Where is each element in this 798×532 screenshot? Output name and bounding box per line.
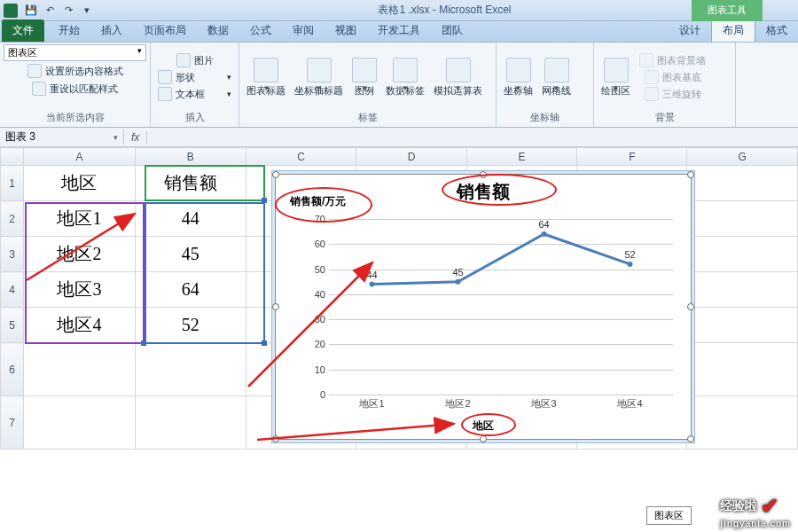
svg-point-0: [370, 282, 375, 287]
chart-element-selector[interactable]: 图表区▾: [4, 44, 146, 61]
fx-icon[interactable]: fx: [124, 131, 147, 144]
svg-point-1: [456, 279, 461, 285]
shapes-button[interactable]: 形状▾: [154, 69, 235, 85]
y-tick: 30: [304, 314, 325, 325]
svg-point-2: [542, 231, 547, 237]
reset-style-button[interactable]: 重设以匹配样式: [4, 81, 146, 97]
format-icon: [27, 64, 42, 78]
col-header-E[interactable]: E: [466, 148, 576, 166]
x-tick: 地区4: [617, 397, 642, 411]
watermark: 经验啦✔ jingyanla.com: [720, 494, 791, 528]
cell-A3[interactable]: 地区2: [24, 237, 135, 272]
format-selection-button[interactable]: 设置所选内容格式: [4, 63, 146, 79]
row-header-6[interactable]: 6: [1, 343, 24, 396]
undo-icon[interactable]: ↶: [42, 3, 58, 19]
axes-button[interactable]: 坐标轴: [500, 56, 536, 99]
group-label-labels: 标签: [243, 110, 492, 125]
data-labels-icon: [393, 58, 418, 82]
textbox-button[interactable]: 文本框▾: [154, 86, 235, 102]
tab-review[interactable]: 审阅: [282, 20, 325, 42]
group-current-selection: 图表区▾ 设置所选内容格式 重设以匹配样式 当前所选内容: [0, 43, 151, 127]
cell-A5[interactable]: 地区4: [24, 308, 135, 343]
chart-wall-button: 图表背景墙: [636, 52, 709, 68]
col-header-C[interactable]: C: [246, 148, 356, 166]
legend-icon: [352, 58, 377, 82]
row-header-1[interactable]: 1: [1, 166, 24, 201]
group-labels: 图表标题 坐标轴标题 图例 数据标签 模拟运算表 标签: [239, 43, 497, 127]
embedded-chart[interactable]: 销售额 销售额/万元 地区 010203040506070地区144地区245地…: [275, 174, 692, 440]
axis-titles-button[interactable]: 坐标轴标题: [291, 56, 347, 99]
tab-developer[interactable]: 开发工具: [367, 20, 431, 42]
col-header-G[interactable]: G: [687, 148, 798, 166]
y-axis-title[interactable]: 销售额/万元: [290, 194, 346, 209]
x-tick: 地区2: [445, 397, 470, 411]
group-label-selection: 当前所选内容: [4, 110, 146, 125]
col-header-F[interactable]: F: [577, 148, 687, 166]
row-header-2[interactable]: 2: [1, 201, 24, 237]
cell-A2[interactable]: 地区1: [24, 201, 135, 237]
tab-home[interactable]: 开始: [48, 20, 90, 42]
worksheet[interactable]: A B C D E F G 1 地区 销售额 2 地区1 44 3 地区2 45…: [0, 147, 798, 450]
x-axis-title[interactable]: 地区: [473, 419, 494, 434]
wall-icon: [639, 53, 653, 67]
tab-design[interactable]: 设计: [669, 20, 711, 42]
tab-data[interactable]: 数据: [197, 20, 239, 42]
cell-A4[interactable]: 地区3: [24, 272, 135, 308]
x-tick: 地区3: [531, 397, 556, 411]
context-tool-header: 图表工具: [692, 0, 763, 21]
picture-button[interactable]: 图片: [154, 52, 235, 68]
cell-B2[interactable]: 44: [135, 201, 246, 237]
chart-title-icon: [254, 58, 278, 82]
tab-view[interactable]: 视图: [325, 20, 367, 42]
col-header-B[interactable]: B: [135, 148, 246, 166]
chart-element-value: 图表区: [8, 46, 37, 59]
tab-formulas[interactable]: 公式: [239, 20, 282, 42]
col-header-A[interactable]: A: [24, 148, 135, 166]
save-icon[interactable]: 💾: [23, 3, 39, 19]
excel-icon: [4, 4, 18, 18]
group-label-background: 背景: [598, 110, 732, 125]
group-label-insert: 插入: [154, 110, 235, 125]
plot-area[interactable]: 010203040506070地区144地区245地区364地区452: [329, 219, 673, 395]
tab-format[interactable]: 格式: [755, 20, 798, 42]
textbox-icon: [158, 87, 172, 101]
row-header-3[interactable]: 3: [1, 237, 24, 272]
data-label: 44: [366, 270, 377, 280]
chart-area-tooltip: 图表区: [646, 506, 692, 525]
tab-layout[interactable]: 布局: [711, 19, 755, 42]
tab-file[interactable]: 文件: [2, 20, 44, 42]
row-header-5[interactable]: 5: [1, 308, 24, 343]
cell-B3[interactable]: 45: [135, 237, 246, 272]
quick-access-toolbar: 💾 ↶ ↷ ▾: [4, 3, 95, 19]
formula-bar-row: 图表 3▾ fx: [0, 128, 798, 147]
col-header-D[interactable]: D: [356, 148, 466, 166]
chart-floor-button: 图表基底: [636, 69, 709, 85]
y-tick: 50: [304, 264, 325, 275]
row-header-7[interactable]: 7: [1, 396, 24, 450]
name-box[interactable]: 图表 3▾: [0, 129, 124, 145]
tab-team[interactable]: 团队: [431, 20, 473, 42]
data-label: 52: [624, 249, 635, 260]
picture-icon: [176, 53, 191, 67]
row-header-4[interactable]: 4: [1, 272, 24, 308]
plot-area-button[interactable]: 绘图区: [598, 56, 634, 99]
legend-button[interactable]: 图例: [348, 56, 380, 99]
plot-area-icon: [604, 58, 629, 82]
qat-dropdown-icon[interactable]: ▾: [79, 3, 95, 19]
ribbon-tabs: 文件 开始 插入 页面布局 数据 公式 审阅 视图 开发工具 团队 设计 布局 …: [0, 21, 798, 43]
ribbon: 图表区▾ 设置所选内容格式 重设以匹配样式 当前所选内容 图片 形状▾ 文本框▾…: [0, 43, 798, 128]
redo-icon[interactable]: ↷: [60, 3, 76, 19]
gridlines-button[interactable]: 网格线: [538, 56, 575, 99]
cell-B1[interactable]: 销售额: [135, 166, 246, 201]
tab-page-layout[interactable]: 页面布局: [133, 20, 197, 42]
window-title: 表格1 .xlsx - Microsoft Excel: [95, 3, 794, 18]
y-tick: 10: [304, 364, 325, 375]
cell-A1[interactable]: 地区: [24, 166, 135, 201]
chart-title-button[interactable]: 图表标题: [243, 56, 289, 99]
tab-insert[interactable]: 插入: [90, 20, 133, 42]
select-all-corner[interactable]: [1, 148, 24, 166]
data-labels-button[interactable]: 数据标签: [382, 56, 428, 99]
data-table-button[interactable]: 模拟运算表: [430, 56, 486, 99]
cell-B4[interactable]: 64: [135, 272, 246, 308]
cell-B5[interactable]: 52: [135, 308, 246, 343]
